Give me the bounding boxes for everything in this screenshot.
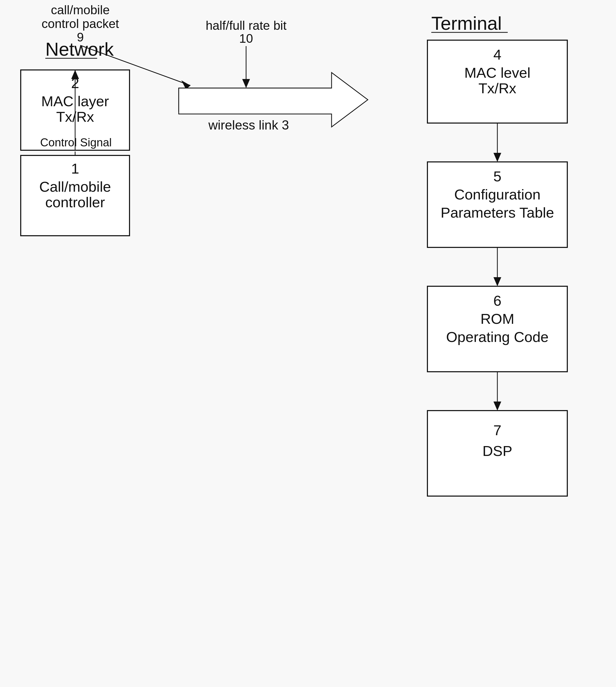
block-7-number: 7 [493, 422, 501, 438]
annotation-10-line1: half/full rate bit [206, 19, 286, 32]
block-1-label-line1: Call/mobile [39, 178, 111, 195]
block-5-label-line1: Configuration [454, 186, 541, 203]
block-5-label-line2: Parameters Table [441, 204, 554, 221]
diagram-container: Network Terminal 2 MAC layer Tx/Rx Contr… [0, 0, 616, 687]
block-4-number: 4 [493, 46, 501, 63]
block-6-label-line1: ROM [481, 311, 514, 327]
block-1-label-line2: controller [45, 194, 105, 210]
terminal-label: Terminal [431, 13, 502, 34]
annotation-9-number: 9 [77, 30, 84, 44]
wireless-link-label: wireless link 3 [208, 118, 289, 132]
block-4-label-line1: MAC level [464, 65, 530, 81]
block-5-number: 5 [493, 168, 501, 184]
block-6-number: 6 [493, 292, 501, 309]
annotation-9-line1: call/mobile [51, 3, 110, 17]
block-4-label-line2: Tx/Rx [479, 80, 516, 96]
control-signal-label: Control Signal [40, 136, 112, 149]
annotation-10-number: 10 [239, 31, 253, 45]
block-1-number: 1 [71, 160, 79, 177]
block-7-label: DSP [482, 443, 512, 459]
block-6-label-line2: Operating Code [446, 329, 548, 345]
annotation-9-line2: control packet [42, 17, 119, 30]
